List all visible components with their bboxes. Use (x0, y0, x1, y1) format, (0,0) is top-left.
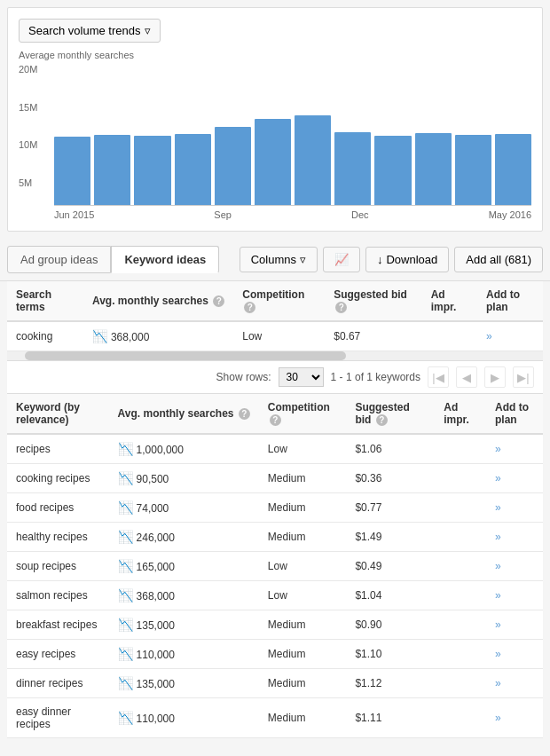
kw-avg-monthly-help-icon[interactable]: ? (239, 408, 250, 420)
horizontal-scrollbar[interactable] (7, 351, 543, 360)
download-icon: ↓ (377, 253, 383, 266)
kw-header-suggested-bid: Suggested bid ? (346, 394, 435, 434)
keyword-add-to-plan[interactable]: » (486, 493, 543, 523)
search-terms-section: Search terms Avg. monthly searches ? Com… (7, 281, 543, 394)
tab-ad-group-ideas[interactable]: Ad group ideas (7, 246, 111, 273)
x-label-sep: Sep (214, 209, 232, 220)
keyword-row: healthy recipes 📉246,000 Medium $1.49 » (7, 523, 543, 552)
pagination-last-btn[interactable]: ▶| (513, 366, 534, 388)
keyword-name: salmon recipes (7, 581, 109, 610)
tabs-left: Ad group ideas Keyword ideas (7, 246, 219, 273)
keyword-add-to-plan[interactable]: » (486, 434, 543, 464)
suggested-bid-help-icon[interactable]: ? (335, 302, 347, 313)
trend-icon: 📉 (118, 588, 133, 602)
search-term-keyword: cooking (7, 321, 83, 351)
search-term-avg-monthly: 📉368,000 (83, 321, 233, 351)
keyword-ad-impr (435, 552, 486, 581)
keyword-add-to-plan[interactable]: » (486, 523, 543, 552)
keywords-header-row: Keyword (by relevance) Avg. monthly sear… (7, 394, 543, 434)
keyword-bid: $1.49 (346, 523, 435, 552)
search-terms-row: cooking 📉368,000 Low $0.67 » (7, 321, 543, 351)
search-terms-table: Search terms Avg. monthly searches ? Com… (7, 281, 543, 351)
bars-area (54, 64, 531, 206)
bar-9 (415, 133, 452, 205)
keyword-bid: $0.49 (346, 552, 435, 581)
tab-keyword-ideas[interactable]: Keyword ideas (111, 246, 219, 273)
bar-fill-9 (415, 133, 452, 205)
keyword-ad-impr (435, 640, 486, 669)
keyword-add-to-plan[interactable]: » (486, 464, 543, 493)
kw-header-keyword: Keyword (by relevance) (7, 394, 109, 434)
header-avg-monthly: Avg. monthly searches ? (83, 281, 233, 321)
tabs-toolbar: Ad group ideas Keyword ideas Columns ▿ 📈… (0, 239, 550, 281)
keyword-avg-monthly: 📉74,000 (109, 493, 259, 523)
rows-per-page-select[interactable]: 30 50 100 (279, 367, 324, 387)
header-competition: Competition ? (233, 281, 325, 321)
keyword-competition: Low (259, 581, 347, 610)
keyword-avg-monthly: 📉110,000 (109, 698, 259, 738)
pagination-prev-btn[interactable]: ◀ (456, 366, 477, 388)
avg-monthly-help-icon[interactable]: ? (213, 295, 224, 307)
kw-header-avg-monthly: Avg. monthly searches ? (109, 394, 259, 434)
competition-help-icon[interactable]: ? (244, 302, 255, 313)
keyword-avg-monthly: 📉165,000 (109, 552, 259, 581)
keyword-competition: Medium (259, 610, 347, 640)
bar-fill-3 (175, 134, 211, 205)
keyword-competition: Medium (259, 669, 347, 698)
header-ad-impr: Ad impr. (422, 281, 477, 321)
chart-icon-btn[interactable]: 📈 (323, 247, 360, 272)
pagination-range: 1 - 1 of 1 keywords (331, 371, 420, 383)
trend-icon: 📉 (118, 618, 133, 632)
search-term-add-to-plan[interactable]: » (477, 321, 543, 351)
keyword-add-to-plan[interactable]: » (486, 552, 543, 581)
x-label-jun2015: Jun 2015 (54, 209, 94, 220)
keyword-avg-monthly: 📉135,000 (109, 610, 259, 640)
keyword-avg-monthly: 📉135,000 (109, 669, 259, 698)
keyword-name: recipes (7, 434, 109, 464)
bar-10 (455, 135, 491, 205)
keyword-bid: $1.06 (346, 434, 435, 464)
keyword-avg-monthly: 📉110,000 (109, 640, 259, 669)
bar-3 (175, 134, 211, 205)
trend-icon: 📉 (118, 530, 133, 544)
kw-suggested-bid-help-icon[interactable]: ? (376, 414, 388, 426)
trend-icon: 📉 (118, 711, 133, 725)
keyword-competition: Medium (259, 698, 347, 738)
keyword-avg-monthly: 📉368,000 (109, 581, 259, 610)
keyword-row: soup recipes 📉165,000 Low $0.49 » (7, 552, 543, 581)
keyword-bid: $0.90 (346, 610, 435, 640)
keyword-add-to-plan[interactable]: » (486, 698, 543, 738)
chevron-down-icon: ▿ (300, 253, 306, 266)
kw-competition-help-icon[interactable]: ? (270, 414, 281, 426)
keyword-add-to-plan[interactable]: » (486, 669, 543, 698)
add-all-button[interactable]: Add all (681) (454, 247, 543, 272)
header-add-to-plan: Add to plan (477, 281, 543, 321)
bar-fill-11 (495, 134, 531, 205)
keyword-name: dinner recipes (7, 669, 109, 698)
pagination-next-btn[interactable]: ▶ (484, 366, 506, 388)
search-volume-trends-dropdown[interactable]: Search volume trends ▿ (19, 19, 161, 43)
keyword-add-to-plan[interactable]: » (486, 610, 543, 640)
keyword-row: easy dinner recipes 📉110,000 Medium $1.1… (7, 698, 543, 738)
toolbar-right: Columns ▿ 📈 ↓ Download Add all (681) (240, 247, 543, 272)
trend-icon: 📉 (118, 676, 133, 690)
keyword-name: easy dinner recipes (7, 698, 109, 738)
keyword-add-to-plan[interactable]: » (486, 581, 543, 610)
columns-label: Columns (251, 253, 296, 266)
columns-dropdown[interactable]: Columns ▿ (240, 247, 318, 272)
keyword-bid: $1.12 (346, 669, 435, 698)
keyword-row: easy recipes 📉110,000 Medium $1.10 » (7, 640, 543, 669)
keyword-competition: Low (259, 434, 347, 464)
keyword-add-to-plan[interactable]: » (486, 640, 543, 669)
x-axis-labels: Jun 2015 Sep Dec May 2016 (54, 206, 531, 220)
bar-8 (374, 136, 411, 205)
download-button[interactable]: ↓ Download (365, 247, 449, 272)
bar-2 (134, 136, 170, 205)
keyword-row: dinner recipes 📉135,000 Medium $1.12 » (7, 669, 543, 698)
y-label-15m: 15M (19, 102, 50, 113)
pagination-first-btn[interactable]: |◀ (428, 366, 449, 388)
keyword-name: cooking recipes (7, 464, 109, 493)
keyword-name: easy recipes (7, 640, 109, 669)
search-term-bid: $0.67 (325, 321, 421, 351)
bar-fill-4 (215, 127, 251, 205)
